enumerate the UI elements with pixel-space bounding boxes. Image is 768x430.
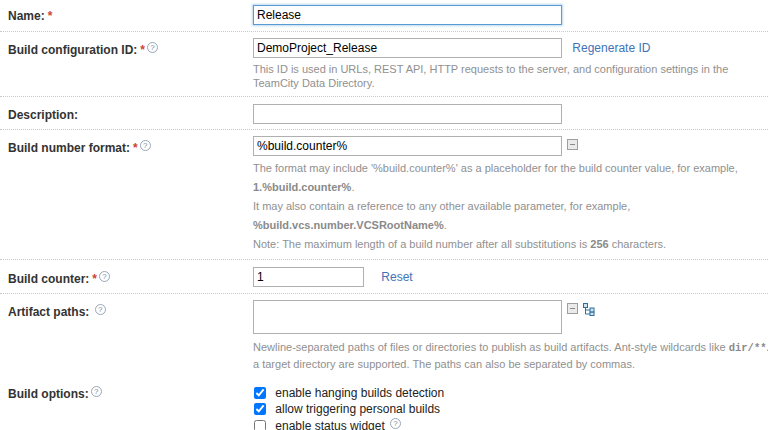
help-icon[interactable]: ? xyxy=(390,418,401,429)
row-build-config-id: Build configuration ID:*? Regenerate ID … xyxy=(0,32,768,96)
build-configuration-form: Name:* Build configuration ID:*? Regener… xyxy=(0,0,768,430)
status-widget-checkbox[interactable] xyxy=(254,420,266,430)
row-build-counter: Build counter:*? Reset xyxy=(0,260,768,293)
artifact-paths-textarea[interactable] xyxy=(253,300,562,334)
required-asterisk: * xyxy=(133,141,138,155)
build-number-format-input[interactable] xyxy=(253,136,562,156)
build-counter-input[interactable] xyxy=(253,267,364,287)
help-icon[interactable]: ? xyxy=(99,271,110,282)
build-number-format-help: The format may include '%build.counter%'… xyxy=(253,159,768,254)
build-counter-label: Build counter:*? xyxy=(8,267,253,286)
row-name: Name:* xyxy=(0,5,768,31)
name-label: Name:* xyxy=(8,5,253,23)
name-input[interactable] xyxy=(253,5,562,25)
required-asterisk: * xyxy=(92,272,97,286)
build-config-id-input[interactable] xyxy=(253,38,562,58)
option-hanging-builds: enable hanging builds detection xyxy=(253,386,768,401)
required-asterisk: * xyxy=(140,43,145,57)
reset-counter-link[interactable]: Reset xyxy=(381,270,412,284)
help-icon[interactable]: ? xyxy=(140,140,151,151)
hanging-builds-checkbox[interactable] xyxy=(254,387,266,399)
checkbox-label: enable status widget xyxy=(275,419,384,430)
browse-tree-icon[interactable] xyxy=(583,303,595,319)
regenerate-id-link[interactable]: Regenerate ID xyxy=(572,41,650,55)
help-icon[interactable]: ? xyxy=(91,386,102,397)
option-personal-builds: allow triggering personal builds xyxy=(253,402,768,417)
help-icon[interactable]: ? xyxy=(147,42,158,53)
checkbox-label: enable hanging builds detection xyxy=(275,386,444,400)
help-icon[interactable]: ? xyxy=(95,304,106,315)
row-build-options: Build options:? enable hanging builds de… xyxy=(0,378,768,430)
build-config-id-help: This ID is used in URLs, REST API, HTTP … xyxy=(253,62,768,90)
build-options-label: Build options:? xyxy=(8,386,253,401)
insert-parameter-icon[interactable] xyxy=(567,303,578,314)
build-number-format-label: Build number format:*? xyxy=(8,136,253,155)
insert-parameter-icon[interactable] xyxy=(567,139,578,150)
required-asterisk: * xyxy=(48,9,53,23)
row-description: Description: xyxy=(0,97,768,129)
checkbox-label: allow triggering personal builds xyxy=(275,402,440,416)
build-config-id-label: Build configuration ID:*? xyxy=(8,38,253,57)
description-input[interactable] xyxy=(253,104,562,124)
personal-builds-checkbox[interactable] xyxy=(254,403,266,415)
row-artifact-paths: Artifact paths: ? Newline-separated path… xyxy=(0,294,768,378)
option-status-widget: enable status widget ? xyxy=(253,418,768,430)
row-build-number-format: Build number format:*? The format may in… xyxy=(0,130,768,259)
artifact-paths-label: Artifact paths: ? xyxy=(8,300,253,319)
artifact-paths-help: Newline-separated paths of files or dire… xyxy=(253,339,768,372)
description-label: Description: xyxy=(8,104,253,122)
